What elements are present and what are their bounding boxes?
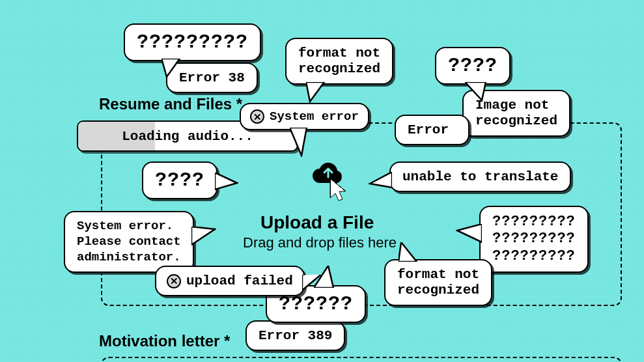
speech-tail-icon — [465, 82, 491, 102]
speech-tail-icon — [161, 59, 188, 78]
bubble-text: upload failed — [186, 273, 293, 288]
speech-tail-icon — [290, 128, 316, 157]
bubble-text: System error — [270, 109, 359, 124]
motivation-letter-label: Motivation letter * — [99, 332, 230, 350]
bubble-unable-to-translate: unable to translate — [389, 161, 571, 192]
speech-tail-icon — [369, 172, 392, 191]
cursor-arrow-icon — [329, 177, 351, 203]
resume-files-label: Resume and Files * — [99, 95, 242, 113]
bubble-q-mid-left: ???? — [142, 161, 217, 199]
speech-tail-icon — [306, 82, 332, 103]
bubble-format-not-recognized-bottom: format not recognized — [384, 259, 492, 306]
bubble-error-389: Error 389 — [245, 320, 345, 351]
bubble-text: Image not recognized — [475, 98, 557, 129]
bubble-system-error: System error — [240, 103, 369, 130]
bubble-error-plain: Error — [395, 115, 469, 145]
speech-tail-icon — [399, 242, 425, 262]
speech-tail-icon — [302, 275, 328, 294]
bubble-text: ???? — [448, 55, 497, 77]
motivation-dropzone[interactable] — [101, 357, 622, 362]
bubble-text: Error 389 — [259, 328, 332, 343]
speech-tail-icon — [456, 224, 482, 246]
bubble-upload-failed: upload failed — [155, 266, 305, 296]
bubble-text: ????????? ????????? ????????? — [492, 214, 576, 265]
bubble-system-contact-admin: System error. Please contact administrat… — [64, 211, 194, 273]
bubble-format-not-recognized-top: format not recognized — [285, 38, 393, 85]
upload-a-file-title: Upload a File — [260, 212, 374, 233]
bubble-text: format not recognized — [397, 267, 479, 298]
speech-tail-icon — [191, 227, 216, 249]
bubble-q-top-right: ???? — [435, 47, 511, 85]
drag-drop-subtitle: Drag and drop files here — [243, 234, 397, 251]
bubble-q-top: ????????? — [124, 23, 261, 61]
bubble-text: unable to translate — [402, 169, 558, 184]
bubble-text: format not recognized — [298, 46, 380, 77]
speech-tail-icon — [215, 173, 238, 193]
x-circle-icon — [250, 109, 264, 124]
bubble-text: ?????? — [279, 293, 353, 315]
bubble-text: Error — [408, 122, 449, 137]
bubble-text: ???? — [155, 169, 204, 191]
loading-audio-text: Loading audio... — [78, 129, 297, 144]
bubble-text: ????????? — [137, 31, 248, 53]
x-circle-icon — [167, 274, 181, 288]
bubble-text: Error 38 — [179, 70, 245, 85]
bubble-text: System error. Please contact administrat… — [77, 219, 181, 265]
bubble-q-right-block: ????????? ????????? ????????? — [479, 206, 589, 273]
